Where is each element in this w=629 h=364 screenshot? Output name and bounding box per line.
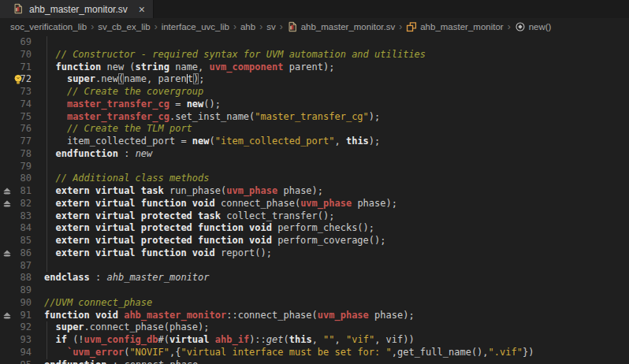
- line-number[interactable]: 73: [0, 86, 32, 98]
- code-text: super.new(name, parent);: [44, 73, 629, 86]
- code-line[interactable]: 79: [0, 161, 629, 173]
- tab-ahb-master-monitor[interactable]: ahb_master_monitor.sv ×: [0, 0, 154, 18]
- breadcrumb: soc_verification_lib›sv_cb_ex_lib›interf…: [0, 18, 629, 35]
- breadcrumb-label: new(): [529, 22, 552, 32]
- breadcrumb-item-soc-verification-lib[interactable]: soc_verification_lib: [10, 22, 87, 32]
- code-text: `uvm_error("NOVIF",{"virtual interface m…: [44, 347, 629, 359]
- code-line[interactable]: 71 function new (string name, uvm_compon…: [0, 61, 629, 74]
- line-number[interactable]: 80: [0, 173, 32, 185]
- line-number[interactable]: 69: [0, 36, 32, 49]
- line-number[interactable]: 92: [0, 321, 32, 334]
- code-line[interactable]: 89: [0, 284, 629, 297]
- line-number[interactable]: 84: [0, 222, 32, 235]
- code-line[interactable]: 72 super.new(name, parent);: [0, 73, 629, 86]
- code-text: extern virtual protected function void p…: [44, 235, 629, 247]
- line-number[interactable]: 86: [0, 247, 32, 260]
- breadcrumb-label: ahb_master_monitor.sv: [301, 22, 396, 32]
- code-line[interactable]: 83 extern virtual protected task collect…: [0, 210, 629, 223]
- line-number[interactable]: 85: [0, 235, 32, 247]
- code-editor[interactable]: 6970 // Constructor - required syntax fo…: [0, 35, 629, 364]
- code-line[interactable]: 80 // Additional class methods: [0, 173, 629, 185]
- code-line[interactable]: 69: [0, 36, 629, 49]
- line-number[interactable]: 78: [0, 148, 32, 161]
- code-text: super.connect_phase(phase);: [44, 321, 629, 334]
- line-number[interactable]: 95: [0, 359, 32, 364]
- code-line[interactable]: 91function void ahb_master_monitor::conn…: [0, 310, 629, 322]
- breadcrumb-label: sv: [266, 22, 276, 32]
- line-number[interactable]: 74: [0, 98, 32, 111]
- line-number[interactable]: 87: [0, 260, 32, 273]
- code-line[interactable]: 76 // Create the TLM port: [0, 123, 629, 136]
- tab-title: ahb_master_monitor.sv: [29, 4, 128, 15]
- line-number[interactable]: 88: [0, 272, 32, 284]
- code-text: //UVM connect_phase: [44, 297, 629, 310]
- code-text: item_collected_port = new("item_collecte…: [44, 136, 629, 148]
- line-number[interactable]: 76: [0, 123, 32, 136]
- sv-file-icon: [287, 21, 298, 32]
- code-line[interactable]: 78 endfunction : new: [0, 148, 629, 161]
- code-text: endclass : ahb_master_monitor: [44, 272, 629, 284]
- code-line[interactable]: 85 extern virtual protected function voi…: [0, 235, 629, 247]
- line-number[interactable]: 91: [0, 310, 32, 322]
- code-line[interactable]: 88endclass : ahb_master_monitor: [0, 272, 629, 284]
- code-text: if (!uvm_config_db#(virtual ahb_if)::get…: [44, 334, 629, 347]
- code-text: extern virtual function void report();: [44, 247, 629, 260]
- code-text: master_transfer_cg = new();: [44, 98, 629, 111]
- line-number[interactable]: 93: [0, 334, 32, 347]
- code-text: endfunction : new: [44, 148, 629, 161]
- code-line[interactable]: 75 master_transfer_cg.set_inst_name("mas…: [0, 111, 629, 124]
- breadcrumb-separator-icon: ›: [233, 21, 236, 32]
- breadcrumb-separator-icon: ›: [259, 21, 262, 32]
- code-text: extern virtual function void connect_pha…: [44, 198, 629, 210]
- line-number[interactable]: 77: [0, 136, 32, 148]
- breadcrumb-item-ahb-master-monitor-sv[interactable]: ahb_master_monitor.sv: [287, 21, 396, 32]
- code-line[interactable]: 73 // Create the covergroup: [0, 86, 629, 98]
- breadcrumb-item-ahb-master-monitor[interactable]: ahb_master_monitor: [406, 21, 503, 32]
- code-line[interactable]: 93 if (!uvm_config_db#(virtual ahb_if)::…: [0, 334, 629, 347]
- line-number[interactable]: 89: [0, 284, 32, 297]
- breadcrumb-label: ahb: [240, 22, 255, 32]
- code-line[interactable]: 87: [0, 260, 629, 273]
- line-number[interactable]: 81: [0, 185, 32, 198]
- code-line[interactable]: 94 `uvm_error("NOVIF",{"virtual interfac…: [0, 347, 629, 359]
- code-line[interactable]: 70 // Constructor - required syntax for …: [0, 49, 629, 61]
- breadcrumb-label: sv_cb_ex_lib: [98, 22, 150, 32]
- code-text: extern virtual protected function void p…: [44, 222, 629, 235]
- code-text: master_transfer_cg.set_inst_name("master…: [44, 111, 629, 124]
- line-number[interactable]: 79: [0, 161, 32, 173]
- code-line[interactable]: 81 extern virtual task run_phase(uvm_pha…: [0, 185, 629, 198]
- code-text: extern virtual protected task collect_tr…: [44, 210, 629, 223]
- line-number[interactable]: 75: [0, 111, 32, 124]
- close-icon[interactable]: ×: [139, 4, 145, 15]
- code-line[interactable]: 77 item_collected_port = new("item_colle…: [0, 136, 629, 148]
- breadcrumb-label: ahb_master_monitor: [420, 22, 503, 32]
- line-number[interactable]: 70: [0, 49, 32, 61]
- code-text: // Create the TLM port: [44, 123, 629, 136]
- line-number[interactable]: 90: [0, 297, 32, 310]
- class-icon: [406, 21, 417, 32]
- code-line[interactable]: 86 extern virtual function void report()…: [0, 247, 629, 260]
- code-line[interactable]: 95endfunction : connect_phase: [0, 359, 629, 364]
- code-text: // Additional class methods: [44, 173, 629, 185]
- breadcrumb-label: interface_uvc_lib: [162, 22, 229, 32]
- line-number[interactable]: 94: [0, 347, 32, 359]
- line-number[interactable]: 82: [0, 198, 32, 210]
- breadcrumb-item-ahb[interactable]: ahb: [240, 22, 255, 32]
- code-line[interactable]: 74 master_transfer_cg = new();: [0, 98, 629, 111]
- code-text: // Constructor - required syntax for UVM…: [44, 49, 629, 61]
- breadcrumb-item-sv-cb-ex-lib[interactable]: sv_cb_ex_lib: [98, 22, 150, 32]
- breadcrumb-item-sv[interactable]: sv: [266, 22, 276, 32]
- code-line[interactable]: 84 extern virtual protected function voi…: [0, 222, 629, 235]
- code-line[interactable]: 82 extern virtual function void connect_…: [0, 198, 629, 210]
- code-text: endfunction : connect_phase: [44, 359, 629, 364]
- line-number[interactable]: 71: [0, 61, 32, 74]
- line-number[interactable]: 72: [0, 73, 32, 86]
- breadcrumb-item-new-[interactable]: new(): [515, 21, 552, 32]
- editor-tab-bar: ahb_master_monitor.sv ×: [0, 0, 629, 18]
- code-line[interactable]: 92 super.connect_phase(phase);: [0, 321, 629, 334]
- code-line[interactable]: 90//UVM connect_phase: [0, 297, 629, 310]
- breadcrumb-item-interface-uvc-lib[interactable]: interface_uvc_lib: [162, 22, 229, 32]
- breadcrumb-separator-icon: ›: [280, 21, 283, 32]
- code-text: // Create the covergroup: [44, 86, 629, 98]
- line-number[interactable]: 83: [0, 210, 32, 223]
